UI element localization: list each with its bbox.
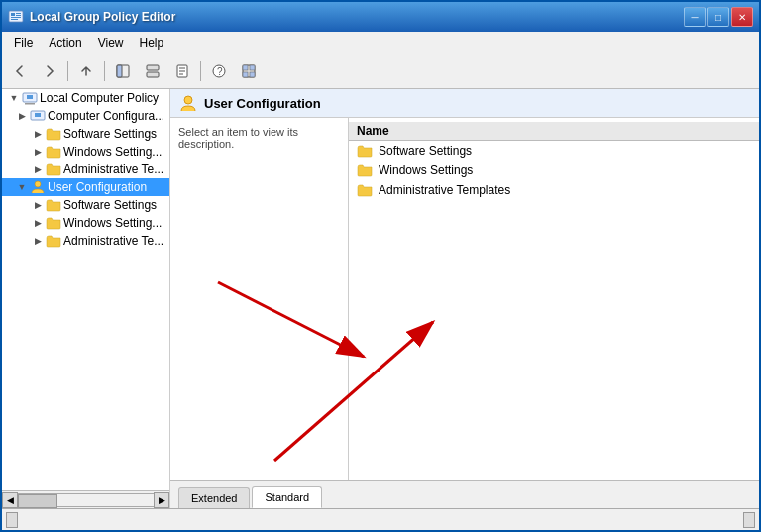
sidebar-scroll[interactable]: ▼ Local Computer Policy ▶ [2, 89, 169, 490]
sidebar: ▼ Local Computer Policy ▶ [2, 89, 170, 508]
scrollbar-thumb[interactable] [18, 494, 57, 508]
right-panel: User Configuration Select an item to vie… [170, 89, 759, 508]
sidebar-item-software-settings-cc[interactable]: ▶ Software Settings [2, 125, 169, 143]
computer-icon [22, 90, 38, 106]
help-button[interactable]: ? [205, 58, 233, 84]
sidebar-item-windows-cc-label: Windows Setting... [63, 145, 162, 159]
sidebar-item-user-config[interactable]: ▼ User Configuration [2, 178, 169, 196]
list-header: Name [349, 122, 759, 141]
window-controls: ─ □ ✕ [684, 7, 753, 27]
window-title: Local Group Policy Editor [30, 10, 175, 24]
list-item-software-label: Software Settings [379, 144, 472, 158]
list-item-windows-settings[interactable]: Windows Settings [349, 160, 759, 180]
folder-icon [357, 182, 373, 198]
svg-rect-22 [25, 103, 35, 105]
expand-icon[interactable]: ▶ [30, 233, 46, 249]
up-button[interactable] [72, 58, 100, 84]
description-text: Select an item to view its description. [178, 126, 298, 150]
svg-rect-2 [16, 13, 21, 14]
close-button[interactable]: ✕ [731, 7, 753, 27]
toolbar-separator-1 [67, 61, 68, 81]
sidebar-item-computer-config[interactable]: ▶ Computer Configura... [2, 107, 169, 125]
show-hide-button[interactable] [109, 58, 137, 84]
folder-icon [46, 144, 61, 160]
menu-view[interactable]: View [90, 34, 132, 52]
svg-rect-25 [35, 113, 41, 117]
sidebar-item-admin-templates-cc[interactable]: ▶ Administrative Te... [2, 160, 169, 178]
main-window: Local Group Policy Editor ─ □ ✕ File Act… [0, 0, 761, 532]
expand-icon[interactable]: ▶ [30, 126, 46, 142]
toolbar-separator-2 [104, 61, 105, 81]
expand-icon[interactable]: ▶ [14, 108, 30, 124]
status-track [18, 513, 743, 527]
list-area[interactable]: Name Software Settings [349, 118, 759, 480]
folder-icon [357, 162, 373, 178]
list-item-software-settings[interactable]: Software Settings [349, 141, 759, 160]
sidebar-item-admin-cc-label: Administrative Te... [63, 162, 163, 176]
list-column-name: Name [357, 124, 751, 138]
title-bar: Local Group Policy Editor ─ □ ✕ [2, 2, 759, 32]
computer-config-icon [30, 108, 46, 124]
panel-header-title: User Configuration [204, 96, 321, 111]
menu-action[interactable]: Action [41, 34, 89, 52]
sidebar-item-computer-config-label: Computer Configura... [48, 109, 164, 123]
menu-file[interactable]: File [6, 34, 41, 52]
folder-icon [357, 143, 373, 159]
back-button[interactable] [6, 58, 34, 84]
app-icon [8, 9, 24, 25]
collapse-icon[interactable]: ▼ [14, 179, 30, 195]
list-item-admin-templates[interactable]: Administrative Templates [349, 180, 759, 200]
panel-header-icon [178, 93, 198, 113]
forward-button[interactable] [36, 58, 63, 84]
view-button[interactable] [139, 58, 166, 84]
scroll-right-button[interactable]: ▶ [154, 492, 169, 508]
sidebar-item-software-uc-label: Software Settings [63, 198, 157, 212]
folder-icon [46, 197, 61, 213]
expand-icon[interactable]: ▶ [30, 144, 46, 160]
toolbar-separator-3 [200, 61, 201, 81]
sidebar-item-windows-uc-label: Windows Setting... [63, 216, 162, 230]
minimize-button[interactable]: ─ [684, 7, 706, 27]
menu-help[interactable]: Help [132, 34, 172, 52]
collapse-icon[interactable]: ▼ [6, 90, 22, 106]
maximize-button[interactable]: □ [707, 7, 729, 27]
sidebar-item-windows-settings-cc[interactable]: ▶ Windows Setting... [2, 143, 169, 160]
sidebar-item-software-cc-label: Software Settings [63, 127, 157, 141]
status-bar [2, 508, 759, 530]
svg-rect-9 [147, 72, 159, 77]
user-config-icon [30, 179, 46, 195]
sidebar-item-admin-templates-uc[interactable]: ▶ Administrative Te... [2, 232, 169, 250]
expand-icon[interactable]: ▶ [30, 215, 46, 231]
sidebar-scrollbar[interactable]: ◀ ▶ [2, 490, 169, 508]
scrollbar-track [18, 493, 154, 507]
svg-rect-0 [9, 11, 23, 22]
list-item-windows-label: Windows Settings [379, 163, 473, 177]
status-scroll-right[interactable] [743, 512, 755, 528]
svg-rect-3 [16, 15, 21, 16]
panel-body: Select an item to view its description. … [170, 118, 759, 480]
svg-rect-8 [147, 65, 159, 70]
folder-icon [46, 161, 61, 177]
svg-rect-23 [27, 95, 33, 99]
expand-icon[interactable]: ▶ [30, 161, 46, 177]
sidebar-item-software-settings-uc[interactable]: ▶ Software Settings [2, 196, 169, 214]
main-content: ▼ Local Computer Policy ▶ [2, 89, 759, 508]
description-area: Select an item to view its description. [170, 118, 349, 480]
folder-icon [46, 126, 61, 142]
sidebar-item-user-config-label: User Configuration [48, 180, 147, 194]
sidebar-item-root-label: Local Computer Policy [40, 91, 159, 105]
sidebar-item-root[interactable]: ▼ Local Computer Policy [2, 89, 169, 107]
status-scroll-left[interactable] [6, 512, 18, 528]
menu-bar: File Action View Help [2, 32, 759, 53]
svg-rect-5 [11, 19, 18, 20]
tab-extended[interactable]: Extended [178, 487, 250, 508]
svg-point-26 [35, 181, 41, 187]
scroll-left-button[interactable]: ◀ [2, 492, 18, 508]
svg-rect-19 [243, 72, 248, 77]
expand-icon[interactable]: ▶ [30, 197, 46, 213]
properties-button[interactable] [168, 58, 196, 84]
tab-standard[interactable]: Standard [252, 486, 322, 508]
svg-point-27 [184, 96, 192, 104]
sidebar-item-windows-settings-uc[interactable]: ▶ Windows Setting... [2, 214, 169, 232]
extra-button[interactable] [235, 58, 263, 84]
